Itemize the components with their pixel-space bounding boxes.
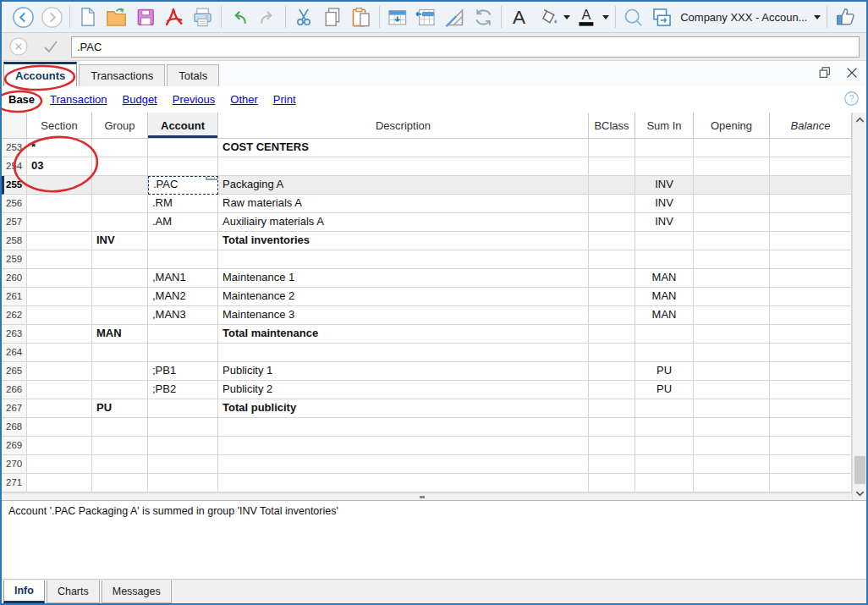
view-link-other[interactable]: Other [230,93,258,106]
cell-bclass[interactable] [589,437,635,455]
cell-group[interactable] [92,269,148,288]
cell-account[interactable] [148,437,218,455]
cell-balance[interactable] [770,474,852,492]
nav-back-icon[interactable] [11,5,35,29]
cell-section[interactable] [27,213,92,232]
new-file-icon[interactable] [76,5,100,29]
cell-bclass[interactable] [589,381,635,399]
cell-opening[interactable] [694,288,770,306]
cell-description[interactable]: Publicity 2 [218,381,589,399]
cell-opening[interactable] [694,213,770,232]
cell-section[interactable] [27,344,92,362]
copy-icon[interactable] [321,5,344,29]
row-number[interactable]: 265 [2,362,27,381]
cell-bclass[interactable] [589,325,635,344]
open-folder-icon[interactable] [105,5,129,29]
insert-rows-icon[interactable] [385,5,409,29]
insert-columns-icon[interactable] [414,5,437,29]
cell-opening[interactable] [694,176,770,195]
bottom-tab-messages[interactable]: Messages [102,580,172,603]
cell-section[interactable] [27,250,92,269]
cell-balance[interactable] [770,288,852,306]
tab-transactions[interactable]: Transactions [79,64,165,86]
row-number[interactable]: 267 [2,399,27,418]
account-picker-icon[interactable] [206,176,218,180]
cell-section[interactable] [27,232,92,250]
cell-balance[interactable] [770,157,852,176]
view-link-previous[interactable]: Previous [173,93,216,106]
view-link-print[interactable]: Print [273,93,296,106]
scroll-down-icon[interactable] [853,487,867,500]
cell-section[interactable] [27,474,92,492]
cell-opening[interactable] [694,195,770,213]
cell-bclass[interactable] [589,213,635,232]
window-switcher-icon[interactable] [650,5,673,29]
cell-account[interactable] [148,250,218,269]
scroll-up-icon[interactable] [853,113,867,126]
cell-description[interactable]: Total maintenance [218,325,589,344]
cell-bclass[interactable] [589,399,635,418]
cell-account[interactable] [148,344,218,362]
bottom-tab-charts[interactable]: Charts [47,580,100,603]
cell-sum-in[interactable] [635,232,694,250]
cell-account[interactable]: ,MAN2 [148,288,218,306]
cell-opening[interactable] [694,232,770,250]
restore-icon[interactable] [816,63,834,82]
dropdown-arrow-icon[interactable] [563,15,570,19]
cell-group[interactable] [92,455,148,474]
cell-group[interactable] [92,157,148,176]
row-number[interactable]: 264 [2,344,27,362]
cell-bclass[interactable] [589,269,635,288]
undo-icon[interactable] [227,5,250,29]
cell-bclass[interactable] [589,288,635,306]
row-number[interactable]: 256 [2,195,27,213]
cell-account[interactable] [148,139,218,157]
cell-opening[interactable] [694,250,770,269]
cell-group[interactable]: INV [92,232,148,250]
cell-sum-in[interactable]: INV [635,213,694,232]
cell-balance[interactable] [770,306,852,325]
cell-account[interactable] [148,418,218,437]
cell-edit-input[interactable]: .PAC [71,36,860,58]
cell-balance[interactable] [770,418,852,437]
refresh-icon[interactable] [471,5,495,29]
cell-account[interactable]: ,MAN1 [148,269,218,288]
design-icon[interactable] [442,5,466,29]
cell-section[interactable] [27,399,92,418]
cell-bclass[interactable] [589,139,635,157]
accept-edit-button[interactable] [39,35,63,58]
horizontal-scrollbar[interactable] [2,492,852,500]
cell-group[interactable]: MAN [92,325,148,344]
cell-section[interactable]: 03 [27,157,92,176]
cell-section[interactable] [27,381,92,399]
cell-sum-in[interactable]: MAN [635,269,694,288]
cell-description[interactable]: Raw materials A [218,195,589,213]
cell-bclass[interactable] [589,250,635,269]
cell-balance[interactable] [770,455,852,474]
cell-description[interactable] [218,437,589,455]
cell-sum-in[interactable]: PU [635,381,694,399]
help-icon[interactable]: ? [843,91,860,110]
cell-section[interactable] [27,306,92,325]
cell-opening[interactable] [694,381,770,399]
dropdown-arrow-icon[interactable] [602,15,609,19]
column-header-rownum[interactable] [2,113,27,138]
cell-balance[interactable] [770,362,852,381]
cell-section[interactable] [27,288,92,306]
row-number[interactable]: 266 [2,381,27,399]
cell-group[interactable] [92,176,148,195]
cancel-edit-button[interactable] [7,35,30,58]
column-header-group[interactable]: Group [92,113,148,138]
column-header-balance[interactable]: Balance [770,113,852,138]
cell-opening[interactable] [694,455,770,474]
cell-opening[interactable] [694,437,770,455]
cell-sum-in[interactable] [635,325,694,344]
row-number[interactable]: 263 [2,325,27,344]
cell-bclass[interactable] [589,232,635,250]
row-number[interactable]: 253 [2,139,27,157]
cell-group[interactable] [92,344,148,362]
cell-bclass[interactable] [589,157,635,176]
cell-bclass[interactable] [589,306,635,325]
view-link-base[interactable]: Base [8,93,35,106]
cell-opening[interactable] [694,139,770,157]
